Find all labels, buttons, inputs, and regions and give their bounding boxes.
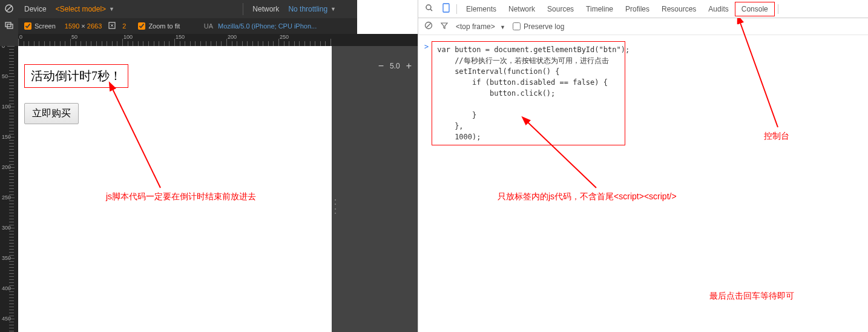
emulator-panel: Device <Select model> ▼ Network No throt…	[0, 0, 357, 332]
drag-handle[interactable]	[333, 198, 338, 216]
ua-value[interactable]: Mozilla/5.0 (iPhone; CPU iPhon...	[218, 22, 317, 30]
chevron-down-icon: ▼	[330, 6, 336, 12]
devtools-tab-sources[interactable]: Sources	[541, 2, 580, 16]
console-input[interactable]: > var button = document.getElementById("…	[424, 41, 862, 145]
svg-rect-7	[443, 4, 449, 12]
console-code[interactable]: var button = document.getElementById("bt…	[432, 41, 625, 145]
zoom-controls: − 5.0 +	[378, 61, 412, 71]
devtools-tab-resources[interactable]: Resources	[656, 2, 702, 16]
toolbar-top: Device <Select model> ▼ Network No throt…	[18, 0, 357, 18]
page-content: 活动倒计时7秒！ 立即购买	[18, 46, 332, 142]
console-toolbar: <top frame> ▼ Preserve log	[418, 18, 868, 35]
annotation-left: js脚本代码一定要在倒计时结束前放进去	[106, 191, 256, 202]
devtools-tab-elements[interactable]: Elements	[460, 2, 502, 16]
toolbar-second: Screen 1590 × 2663 2 Zoom to fit UA Mozi…	[18, 18, 357, 34]
preserve-log-checkbox[interactable]: Preserve log	[513, 22, 564, 31]
frame-selector[interactable]: <top frame> ▼	[456, 22, 505, 31]
zoom-out-button[interactable]: −	[378, 61, 384, 71]
zoom-check-input[interactable]	[138, 22, 145, 30]
search-icon[interactable]	[421, 4, 437, 14]
svg-line-9	[427, 24, 431, 28]
ruler-horizontal: 050100150200250300350400	[18, 34, 357, 46]
devtools-tabbar: ElementsNetworkSourcesTimelineProfilesRe…	[418, 0, 868, 18]
device-label: Device	[18, 5, 53, 13]
ruler-vertical: 050100150200250300350400450	[0, 46, 18, 332]
svg-line-6	[430, 9, 432, 11]
annotation-code: 只放标签内的js代码，不含首尾<script><script/>	[498, 191, 677, 202]
pixel-ratio[interactable]: 2	[122, 22, 126, 30]
block-icon[interactable]	[4, 3, 15, 14]
clear-console-icon[interactable]	[424, 21, 433, 32]
layers-icon[interactable]	[4, 20, 15, 31]
swap-icon[interactable]	[108, 21, 116, 31]
buy-button[interactable]: 立即购买	[24, 103, 79, 124]
devtools-tab-profiles[interactable]: Profiles	[619, 2, 656, 16]
screen-height[interactable]: 2663	[87, 22, 102, 30]
annotation-console: 控制台	[764, 131, 789, 142]
console-body: > var button = document.getElementById("…	[418, 35, 868, 151]
preserve-log-input[interactable]	[513, 22, 521, 30]
ruler-gap	[332, 34, 418, 46]
svg-line-1	[7, 6, 12, 11]
chevron-down-icon: ▼	[109, 6, 114, 12]
console-prompt-icon: >	[424, 42, 429, 51]
zoom-level: 5.0	[390, 62, 400, 70]
device-icon[interactable]	[439, 3, 453, 15]
screen-width[interactable]: 1590	[65, 22, 79, 30]
network-label: Network	[246, 5, 285, 13]
devtools-tab-console[interactable]: Console	[735, 2, 775, 16]
screen-checkbox[interactable]: Screen	[24, 22, 56, 30]
annotation-final: 最后点击回车等待即可	[709, 291, 794, 302]
network-selector[interactable]: No throttling ▼	[285, 5, 339, 13]
canvas-dark-area: − 5.0 +	[332, 46, 418, 332]
filter-icon[interactable]	[440, 21, 449, 32]
chevron-down-icon: ▼	[500, 24, 505, 30]
ua-label: UA	[204, 22, 213, 30]
zoom-in-button[interactable]: +	[406, 61, 412, 71]
devtools-tab-timeline[interactable]: Timeline	[580, 2, 619, 16]
zoom-fit-checkbox[interactable]: Zoom to fit	[138, 22, 180, 30]
devtools-panel: ElementsNetworkSourcesTimelineProfilesRe…	[418, 0, 868, 332]
screen-check-input[interactable]	[24, 22, 31, 30]
device-selector[interactable]: <Select model> ▼	[53, 5, 117, 13]
device-viewport: 活动倒计时7秒！ 立即购买	[18, 46, 332, 332]
devtools-tab-network[interactable]: Network	[502, 2, 541, 16]
countdown-text: 活动倒计时7秒！	[24, 64, 128, 88]
devtools-tab-audits[interactable]: Audits	[702, 2, 734, 16]
svg-point-5	[426, 5, 431, 10]
